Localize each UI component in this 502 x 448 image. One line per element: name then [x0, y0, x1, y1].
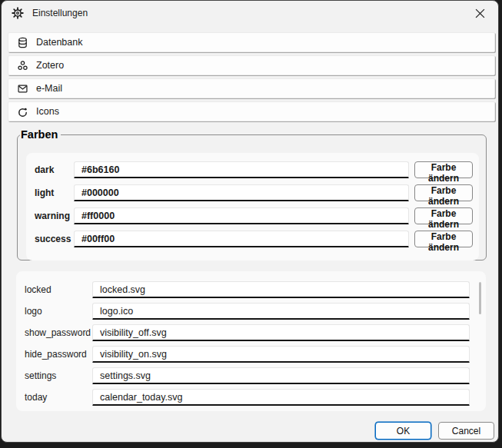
icon-file-input-locked[interactable]	[92, 281, 470, 298]
color-row-dark: dark Farbe ändern	[32, 161, 473, 178]
color-label: success	[32, 234, 68, 244]
farben-groupbox: Farben dark Farbe ändern light Farbe änd…	[17, 128, 487, 261]
icon-file-row-show-password: show_password	[22, 324, 470, 341]
ok-button[interactable]: OK	[375, 422, 431, 440]
section-label: e-Mail	[36, 83, 62, 94]
section-label: Datenbank	[36, 37, 82, 48]
icon-file-row-locked: locked	[22, 281, 470, 298]
section-header-email[interactable]: e-Mail	[8, 78, 495, 98]
icon-file-input-today[interactable]	[92, 389, 470, 406]
change-color-button[interactable]: Farbe ändern	[414, 161, 473, 178]
icon-file-label: today	[22, 392, 92, 403]
color-label: warning	[32, 211, 68, 221]
gear-icon	[12, 7, 24, 19]
window-title: Einstellungen	[32, 8, 88, 18]
icon-file-row-settings: settings	[22, 367, 470, 384]
icon-file-row-hide-password: hide_password	[22, 346, 470, 363]
farben-panel: dark Farbe ändern light Farbe ändern war…	[26, 153, 479, 261]
icon-file-label: locked	[22, 284, 92, 295]
zotero-icon	[17, 60, 28, 71]
icon-file-label: show_password	[22, 327, 92, 338]
vertical-scrollbar-thumb[interactable]	[479, 282, 481, 314]
titlebar: Einstellungen	[2, 1, 498, 25]
farben-group-title: Farben	[20, 128, 61, 141]
icon-file-input-show-password[interactable]	[92, 324, 470, 341]
icon-file-row-today: today	[22, 389, 470, 406]
section-label: Icons	[36, 106, 59, 117]
color-row-success: success Farbe ändern	[32, 231, 473, 247]
color-value-input-light[interactable]	[74, 184, 409, 201]
cancel-button[interactable]: Cancel	[438, 422, 494, 440]
section-header-zotero[interactable]: Zotero	[8, 55, 495, 75]
icon-file-row-logo: logo	[22, 303, 470, 320]
icon-files-panel: locked logo show_password hide_password …	[16, 271, 486, 411]
section-label: Zotero	[36, 60, 64, 71]
mail-icon	[17, 83, 28, 95]
rotate-icon	[17, 106, 28, 118]
color-value-input-warning[interactable]	[74, 207, 409, 224]
section-list: Datenbank Zotero e-Mail	[8, 32, 495, 124]
icon-file-input-logo[interactable]	[92, 303, 470, 320]
change-color-button[interactable]: Farbe ändern	[414, 231, 473, 247]
color-value-input-dark[interactable]	[74, 161, 409, 178]
close-icon	[475, 8, 485, 18]
icon-file-label: settings	[22, 370, 92, 381]
screen: Einstellungen Datenbank	[0, 0, 502, 448]
color-label: dark	[32, 164, 68, 175]
icon-file-label: logo	[22, 306, 92, 317]
color-value-input-success[interactable]	[74, 231, 409, 247]
icon-file-label: hide_password	[22, 349, 92, 360]
database-icon	[17, 37, 28, 48]
settings-dialog: Einstellungen Datenbank	[1, 0, 499, 443]
close-button[interactable]	[463, 2, 497, 25]
color-row-warning: warning Farbe ändern	[32, 207, 473, 224]
color-row-light: light Farbe ändern	[32, 184, 473, 201]
color-label: light	[32, 187, 68, 198]
change-color-button[interactable]: Farbe ändern	[414, 207, 473, 224]
section-header-icons[interactable]: Icons	[8, 101, 495, 121]
icon-file-input-hide-password[interactable]	[92, 346, 470, 363]
change-color-button[interactable]: Farbe ändern	[414, 184, 473, 201]
icon-file-input-settings[interactable]	[92, 367, 470, 384]
section-header-datenbank[interactable]: Datenbank	[8, 32, 495, 52]
